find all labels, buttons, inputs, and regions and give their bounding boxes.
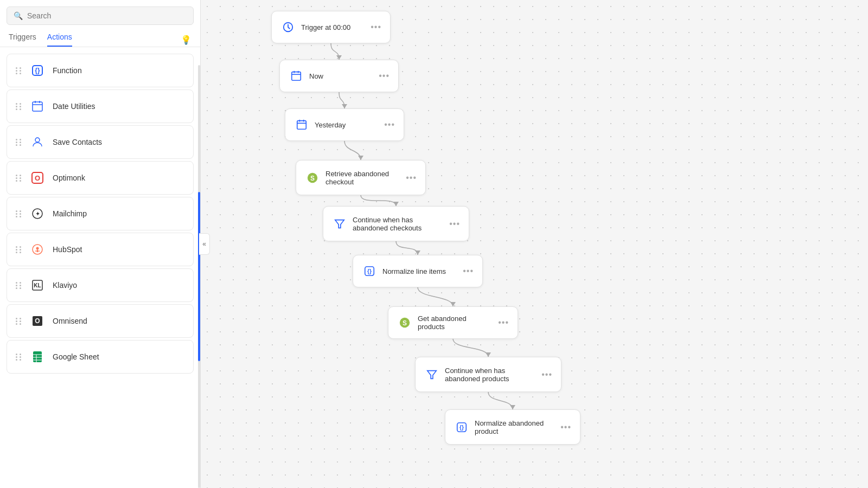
search-box[interactable]: 🔍 xyxy=(7,7,194,25)
svg-point-6 xyxy=(35,138,40,142)
drag-handle xyxy=(16,354,22,361)
now-icon xyxy=(289,68,304,84)
collapse-button[interactable]: « xyxy=(199,233,210,255)
node-normalize-line-items[interactable]: {} Normalize line items ••• xyxy=(353,255,483,287)
sidebar-item-klaviyo[interactable]: KL Klaviyo xyxy=(7,268,194,302)
node-label-normalize-abandoned-product: Normalize abandoned product xyxy=(475,419,555,435)
node-menu-trigger[interactable]: ••• xyxy=(371,22,381,32)
yesterday-icon xyxy=(294,117,309,132)
sidebar-item-mailchimp[interactable]: ✦ Mailchimp xyxy=(7,197,194,230)
sidebar-item-google-sheet[interactable]: Google Sheet xyxy=(7,340,194,374)
sidebar-item-omnisend[interactable]: O Omnisend xyxy=(7,304,194,338)
drag-handle xyxy=(16,282,22,289)
node-label-get-abandoned-products: Get abandoned products xyxy=(418,314,493,331)
svg-text:{}: {} xyxy=(367,268,372,274)
svg-point-12 xyxy=(36,247,39,250)
sidebar-item-label-optimonk: Optimonk xyxy=(53,174,85,182)
node-menu-continue-when-has-abandoned-products[interactable]: ••• xyxy=(541,370,552,380)
node-label-continue-when-has-abandoned-products: Continue when has abandoned products xyxy=(445,367,536,383)
sidebar-item-label-save-contacts: Save Contacts xyxy=(53,138,102,146)
drag-handle xyxy=(16,67,22,74)
canvas: Trigger at 00:00 ••• Now ••• Yesterday •… xyxy=(201,0,868,488)
svg-marker-25 xyxy=(342,104,347,108)
node-menu-continue-when-has-abandoned-checkouts[interactable]: ••• xyxy=(449,219,460,229)
bulb-icon: 💡 xyxy=(181,35,192,45)
sidebar-item-label-google-sheet: Google Sheet xyxy=(53,352,99,361)
node-label-normalize-line-items: Normalize line items xyxy=(382,267,457,275)
node-menu-normalize-abandoned-product[interactable]: ••• xyxy=(560,422,571,432)
node-normalize-abandoned-product[interactable]: {} Normalize abandoned product ••• xyxy=(445,409,580,445)
node-menu-now[interactable]: ••• xyxy=(379,71,390,81)
optimonk-icon: O xyxy=(29,169,46,187)
svg-text:{}: {} xyxy=(35,67,40,74)
scroll-thumb xyxy=(198,192,200,361)
svg-text:S: S xyxy=(310,174,315,182)
sidebar-item-function[interactable]: {} Function xyxy=(7,54,194,87)
svg-marker-28 xyxy=(415,251,420,255)
node-trigger[interactable]: Trigger at 00:00 ••• xyxy=(271,11,391,43)
continue-when-has-abandoned-products-icon xyxy=(424,367,439,382)
sidebar-item-save-contacts[interactable]: Save Contacts xyxy=(7,125,194,159)
sidebar-item-label-date-utilities: Date Utilities xyxy=(53,102,95,111)
svg-rect-33 xyxy=(292,72,301,81)
node-continue-when-has-abandoned-checkouts[interactable]: Continue when has abandoned checkouts ••… xyxy=(323,206,469,241)
node-get-abandoned-products[interactable]: S Get abandoned products ••• xyxy=(388,306,518,339)
sidebar-item-optimonk[interactable]: O Optimonk xyxy=(7,161,194,195)
google-sheet-icon xyxy=(29,348,46,365)
node-label-yesterday: Yesterday xyxy=(315,121,379,129)
svg-text:KL: KL xyxy=(34,282,41,288)
svg-rect-37 xyxy=(297,121,307,130)
node-menu-get-abandoned-products[interactable]: ••• xyxy=(498,318,509,328)
svg-marker-27 xyxy=(393,202,399,206)
get-abandoned-products-icon: S xyxy=(397,315,412,330)
node-continue-when-has-abandoned-products[interactable]: Continue when has abandoned products ••• xyxy=(415,357,561,392)
svg-marker-26 xyxy=(358,156,363,160)
node-label-retrieve-abandoned-checkout: Retrieve abandoned checkout xyxy=(326,170,400,186)
continue-when-has-abandoned-checkouts-icon xyxy=(332,216,347,232)
normalize-abandoned-product-icon: {} xyxy=(454,420,469,435)
date-utilities-icon xyxy=(29,98,46,115)
search-icon: 🔍 xyxy=(14,11,23,20)
function-icon: {} xyxy=(29,62,46,79)
svg-rect-19 xyxy=(33,351,42,362)
node-now[interactable]: Now ••• xyxy=(279,60,399,92)
svg-text:✦: ✦ xyxy=(35,210,40,217)
omnisend-icon: O xyxy=(29,312,46,330)
sidebar-item-label-hubspot: HubSpot xyxy=(53,245,82,254)
save-contacts-icon xyxy=(29,133,46,151)
svg-text:O: O xyxy=(35,174,40,182)
sidebar-item-hubspot[interactable]: HubSpot xyxy=(7,233,194,266)
node-menu-normalize-line-items[interactable]: ••• xyxy=(463,266,474,276)
hubspot-icon xyxy=(29,241,46,258)
scrollbar[interactable] xyxy=(198,65,200,488)
drag-handle xyxy=(16,103,22,110)
svg-text:{}: {} xyxy=(459,424,464,430)
trigger-icon xyxy=(280,20,296,35)
svg-text:S: S xyxy=(403,319,407,327)
normalize-line-items-icon: {} xyxy=(362,264,377,279)
drag-handle xyxy=(16,139,22,146)
svg-rect-2 xyxy=(33,102,42,111)
svg-marker-43 xyxy=(335,220,344,228)
search-input[interactable] xyxy=(27,11,187,20)
node-menu-yesterday[interactable]: ••• xyxy=(384,120,395,130)
mailchimp-icon: ✦ xyxy=(29,205,46,222)
sidebar-item-label-omnisend: Omnisend xyxy=(53,317,87,325)
drag-handle xyxy=(16,246,22,253)
sidebar: 🔍 Triggers Actions 💡 {} Function Date xyxy=(0,0,201,488)
svg-marker-30 xyxy=(486,352,491,357)
svg-marker-24 xyxy=(336,55,342,60)
sidebar-item-label-function: Function xyxy=(53,66,82,75)
node-menu-retrieve-abandoned-checkout[interactable]: ••• xyxy=(406,173,417,183)
sidebar-item-label-mailchimp: Mailchimp xyxy=(53,209,87,218)
tab-triggers[interactable]: Triggers xyxy=(9,33,36,47)
node-retrieve-abandoned-checkout[interactable]: S Retrieve abandoned checkout ••• xyxy=(296,160,426,195)
tab-actions[interactable]: Actions xyxy=(47,33,72,47)
svg-marker-48 xyxy=(427,370,437,378)
node-label-continue-when-has-abandoned-checkouts: Continue when has abandoned checkouts xyxy=(353,216,444,232)
drag-handle xyxy=(16,210,22,217)
svg-text:O: O xyxy=(35,317,40,325)
node-label-now: Now xyxy=(309,72,373,80)
node-yesterday[interactable]: Yesterday ••• xyxy=(285,108,404,141)
sidebar-item-date-utilities[interactable]: Date Utilities xyxy=(7,89,194,123)
